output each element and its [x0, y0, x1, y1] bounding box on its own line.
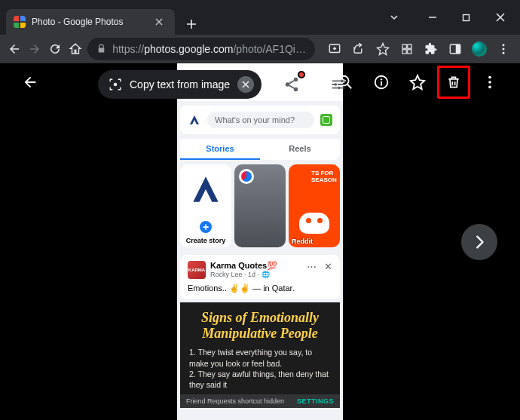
profile-avatar[interactable] [469, 38, 490, 60]
svg-point-20 [381, 78, 382, 80]
viewer-toolbar: Copy text from image [0, 63, 520, 101]
copy-text-pill[interactable]: Copy text from image [98, 70, 262, 99]
delete-highlight [437, 66, 470, 99]
photo-content[interactable]: What's on your mind? Stories Reels + Cre… [177, 63, 343, 420]
favorite-button[interactable] [401, 66, 434, 99]
window-close-button[interactable] [483, 6, 517, 29]
post-more-icon: ⋯ [307, 261, 317, 272]
nav-forward-button[interactable] [26, 38, 42, 60]
svg-point-9 [502, 48, 504, 50]
tab-reels: Reels [260, 139, 340, 160]
pill-close-button[interactable] [237, 76, 254, 93]
browser-toolbar: https://photos.google.com/photo/AF1Qi… [0, 35, 520, 63]
nav-back-button[interactable] [6, 38, 22, 60]
share-icon[interactable] [348, 38, 369, 60]
story-avatar-icon [239, 169, 254, 184]
share-button[interactable] [275, 68, 308, 101]
install-app-icon[interactable] [324, 38, 345, 60]
snackbar-action: SETTINGS [297, 397, 334, 405]
browser-titlebar: Photo - Google Photos [0, 0, 520, 35]
viewer-back-button[interactable] [14, 66, 47, 99]
svg-rect-0 [463, 14, 470, 20]
svg-point-13 [286, 82, 290, 87]
info-button[interactable] [365, 66, 398, 99]
svg-point-22 [488, 81, 491, 84]
story-card-reddit: TS FOR SEASON Reddit [289, 164, 340, 247]
svg-point-16 [335, 83, 338, 86]
more-options-button[interactable] [473, 66, 506, 99]
svg-rect-5 [408, 49, 411, 53]
story-tag: TS FOR SEASON [311, 170, 337, 184]
post-body: Emotions.. ✌️✌️ — in Qatar. [188, 279, 332, 293]
app-logo-icon [188, 113, 201, 127]
svg-point-17 [338, 87, 341, 90]
svg-rect-7 [456, 44, 460, 54]
snackbar-text: Friend Requests shortcut hidden [186, 397, 284, 405]
photo-post-icon [320, 114, 332, 126]
delete-button[interactable] [439, 68, 468, 97]
sidepanel-icon[interactable] [445, 38, 466, 60]
post-avatar: KARMA [188, 261, 206, 279]
chrome-menu-button[interactable] [493, 38, 514, 60]
svg-point-15 [341, 80, 344, 83]
tab-title: Photo - Google Photos [32, 17, 149, 27]
meme-title-1: Signs of Emotionally [189, 310, 331, 326]
story-name: Reddit [292, 238, 313, 245]
lock-icon [96, 44, 106, 54]
story-card-2 [234, 164, 286, 247]
svg-point-23 [488, 86, 491, 89]
svg-rect-4 [402, 49, 406, 53]
meme-item-1: 1. They twist everything you say, to mak… [189, 347, 331, 368]
url-scheme: https:// [112, 43, 144, 55]
snackbar: Friend Requests shortcut hidden SETTINGS [180, 394, 340, 408]
google-photos-favicon [14, 16, 26, 28]
notification-badge [298, 71, 305, 78]
url-domain: photos.google.com [144, 43, 233, 55]
svg-rect-3 [408, 44, 411, 48]
browser-tab[interactable]: Photo - Google Photos [6, 9, 175, 35]
composer-input: What's on your mind? [207, 112, 314, 128]
meme-image: Signs of Emotionally Manipulative People… [180, 302, 340, 394]
url-path: /photo/AF1Qi… [233, 43, 306, 55]
post-close-icon: ✕ [324, 261, 332, 272]
pill-label: Copy text from image [130, 78, 230, 90]
tab-search-button[interactable] [377, 6, 411, 29]
post-meta: Rocky Lee · 1d · 🌐 [210, 271, 277, 278]
nav-reload-button[interactable] [47, 38, 63, 60]
address-bar[interactable]: https://photos.google.com/photo/AF1Qi… [87, 38, 315, 60]
window-maximize-button[interactable] [449, 6, 483, 29]
next-photo-button[interactable] [461, 224, 497, 260]
svg-point-8 [502, 44, 504, 46]
feed-tabs: Stories Reels [180, 139, 340, 160]
extension-a-icon[interactable] [396, 38, 418, 60]
svg-point-14 [294, 87, 298, 92]
post-author: Karma Quotes💯 [210, 261, 277, 271]
tune-button[interactable] [322, 68, 355, 101]
feed-composer: What's on your mind? [180, 106, 340, 134]
nav-home-button[interactable] [67, 38, 83, 60]
svg-rect-2 [402, 44, 406, 48]
window-minimize-button[interactable] [415, 6, 449, 29]
svg-point-21 [488, 76, 491, 79]
photo-viewer: What's on your mind? Stories Reels + Cre… [0, 63, 520, 420]
bookmark-star-icon[interactable] [372, 38, 393, 60]
svg-point-12 [294, 78, 298, 82]
new-tab-button[interactable] [181, 14, 202, 35]
tab-stories: Stories [180, 139, 260, 160]
svg-point-10 [502, 51, 504, 54]
stories-row: + Create story TS FOR SEASON Reddit [177, 160, 343, 252]
svg-point-11 [114, 83, 118, 87]
tab-close-button[interactable] [155, 18, 167, 26]
meme-item-2: 2. They say awful things, then deny that… [189, 369, 331, 390]
extensions-puzzle-icon[interactable] [421, 38, 442, 60]
meme-title-2: Manipulative People [189, 326, 331, 342]
create-story-card: + Create story [180, 164, 231, 247]
feed-post: KARMA Karma Quotes💯 Rocky Lee · 1d · 🌐 ⋯… [180, 255, 340, 299]
plus-icon: + [197, 219, 214, 235]
reddit-snoo-icon [299, 213, 329, 234]
lens-scan-icon [109, 78, 122, 91]
window-controls [377, 0, 520, 35]
